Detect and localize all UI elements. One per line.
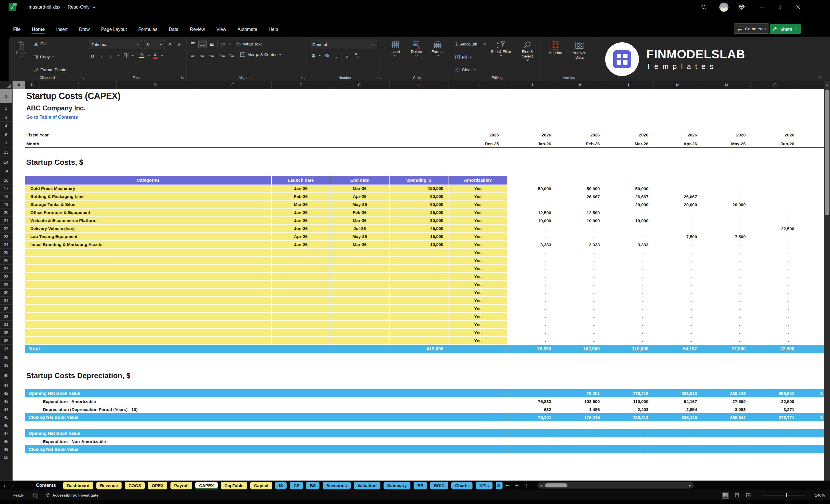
cell-I49[interactable]	[448, 445, 508, 453]
align-bottom-button[interactable]	[208, 40, 216, 48]
cell-end-36[interactable]	[330, 337, 389, 345]
decrease-decimal-button[interactable]: .00→0	[353, 52, 360, 60]
cell-category-23[interactable]: Lab Testing Equipment	[25, 232, 272, 241]
table-header-launch-date[interactable]: Launch date	[272, 176, 330, 185]
row-header-29[interactable]: 29	[0, 281, 12, 289]
cell-spending-32[interactable]	[389, 305, 448, 313]
cell-spending-17[interactable]: 150,000	[389, 185, 448, 192]
menu-tab-draw[interactable]: Draw	[78, 25, 90, 35]
column-header-E[interactable]: E	[194, 81, 272, 89]
cell-launch-32[interactable]	[272, 305, 330, 313]
cell-O29[interactable]: -	[751, 281, 799, 289]
cell-amortizable-23[interactable]: Yes	[448, 232, 508, 241]
cell-N17[interactable]: -	[702, 185, 751, 192]
row-header-39[interactable]: 39	[0, 361, 12, 369]
cell-K26[interactable]: -	[556, 257, 605, 264]
cell-K49[interactable]: -	[556, 445, 605, 453]
align-middle-button[interactable]	[198, 40, 206, 48]
cell-K36[interactable]: -	[556, 337, 605, 345]
cell-J34[interactable]: -	[508, 321, 556, 329]
cell-launch-34[interactable]	[272, 321, 330, 329]
cell-J17[interactable]: 50,000	[508, 185, 556, 192]
cell-L44[interactable]: 2,403	[605, 405, 653, 413]
vertical-scrollbar[interactable]: ▲	[824, 81, 830, 480]
cell-L26[interactable]: -	[605, 257, 653, 264]
cell-category-30[interactable]: -	[25, 289, 272, 296]
cell-spending-24[interactable]: 10,000	[389, 241, 448, 249]
cell-launch-35[interactable]	[272, 329, 330, 337]
zoom-out-icon[interactable]: −	[757, 493, 759, 498]
column-header-H[interactable]: H	[389, 81, 448, 89]
hscroll-left-arrow-icon[interactable]: ◀	[540, 484, 542, 487]
sheet-tab-roic[interactable]: ROIC	[430, 482, 448, 490]
cell-L31[interactable]: -	[605, 296, 653, 305]
share-button[interactable]: Share	[770, 24, 801, 34]
cell-end-21[interactable]: Mar-26	[330, 217, 389, 224]
cell-O19[interactable]: -	[751, 200, 799, 209]
row-header-31[interactable]: 31	[0, 296, 12, 305]
clear-button[interactable]: Clear	[454, 67, 487, 73]
sheet-tab-capital[interactable]: Capital	[250, 482, 272, 490]
cell-J24[interactable]: 3,333	[508, 241, 556, 249]
menu-tab-review[interactable]: Review	[189, 25, 205, 35]
cell-launch-18[interactable]: Feb-26	[272, 192, 330, 200]
cell-amortizable-30[interactable]: Yes	[448, 289, 508, 296]
number-format-select[interactable]: General	[310, 40, 377, 49]
cell-L17[interactable]: 50,000	[605, 185, 653, 192]
cell-category-26[interactable]: -	[25, 257, 272, 264]
cell-N23[interactable]: 7,500	[702, 232, 751, 241]
cell-category-22[interactable]: Delivery Vehicle (Van)	[25, 224, 272, 232]
more-sheets-dots[interactable]: •••	[506, 484, 510, 487]
cell-end-19[interactable]: May-26	[330, 200, 389, 209]
cell-K24[interactable]: 3,333	[556, 241, 605, 249]
cell-K43[interactable]: 102,500	[556, 397, 605, 405]
cell-launch-21[interactable]: Jan-26	[272, 217, 330, 224]
fiscal-year-label[interactable]: Fiscal Year	[25, 130, 272, 139]
zoom-slider-thumb[interactable]	[786, 493, 787, 497]
cell-J45[interactable]: 75,201	[508, 413, 556, 421]
cell-spending-33[interactable]	[389, 313, 448, 321]
cell-K29[interactable]: -	[556, 281, 605, 289]
cell-L48[interactable]: -	[605, 437, 653, 445]
cell-J6[interactable]: 2026	[508, 130, 556, 139]
cell-K33[interactable]: -	[556, 313, 605, 321]
cell-L30[interactable]: -	[605, 289, 653, 296]
cell-spending-36[interactable]	[389, 337, 448, 345]
sheet-tab-kpis[interactable]: KPIs	[476, 482, 492, 490]
total-O[interactable]: 22,500	[751, 345, 799, 353]
autosum-button[interactable]: Σ AutoSum	[454, 41, 487, 48]
cell-O43[interactable]: 22,500	[751, 397, 799, 405]
page-layout-view-button[interactable]	[734, 492, 740, 498]
cell-N29[interactable]: -	[702, 281, 751, 289]
cell-M42[interactable]: 283,813	[653, 389, 702, 397]
font-color-button[interactable]: A	[152, 52, 159, 60]
decrease-font-size-button[interactable]: Aˇ	[176, 41, 183, 48]
cell-spending-27[interactable]	[389, 264, 448, 273]
format-painter-button[interactable]: Format Painter	[33, 67, 69, 73]
cell-spending-31[interactable]	[389, 296, 448, 305]
cell-K18[interactable]: 26,667	[556, 192, 605, 200]
cell-J29[interactable]: -	[508, 281, 556, 289]
cell-launch-30[interactable]	[272, 289, 330, 296]
cell-amortizable-26[interactable]: Yes	[448, 257, 508, 264]
row-header-15[interactable]: 15	[0, 168, 12, 176]
cell-end-27[interactable]	[330, 264, 389, 273]
cell-J35[interactable]: -	[508, 329, 556, 337]
cell-M31[interactable]: -	[653, 296, 702, 305]
cell-K30[interactable]: -	[556, 289, 605, 296]
sheet-tab-charts[interactable]: Charts	[451, 482, 473, 490]
cell-category-20[interactable]: Office Furniture & Equipment	[25, 209, 272, 217]
cell-J32[interactable]: -	[508, 305, 556, 313]
new-sheet-button[interactable]: +	[515, 482, 519, 489]
cell-O26[interactable]: -	[751, 257, 799, 264]
cell-L36[interactable]: -	[605, 337, 653, 345]
macro-record-button[interactable]	[33, 493, 39, 498]
cell-J25[interactable]: -	[508, 249, 556, 257]
menu-tab-page-layout[interactable]: Page Layout	[101, 25, 128, 35]
row-header-13[interactable]: 13	[0, 148, 12, 156]
row-header-16[interactable]: 16	[0, 176, 12, 185]
comma-style-button[interactable]: ,	[332, 52, 340, 60]
row-header-43[interactable]: 43	[0, 397, 12, 405]
cell-end-17[interactable]: Mar-26	[330, 185, 389, 192]
column-header-O[interactable]: O	[751, 81, 799, 89]
